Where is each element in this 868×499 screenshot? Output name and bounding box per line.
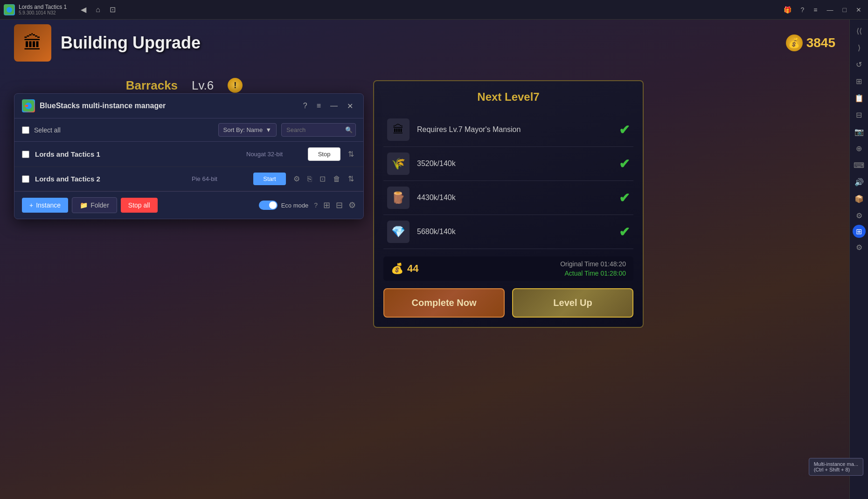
sidebar-volume-button[interactable]: 🔊: [852, 174, 867, 189]
select-all-label: Select all: [34, 126, 61, 134]
nav-buttons: ◀ ⌂ ⊡: [78, 3, 118, 16]
building-header: 🏛 Building Upgrade 💰 3845: [0, 20, 849, 66]
search-input[interactable]: [286, 126, 342, 133]
sidebar-apk-button[interactable]: 📦: [852, 191, 867, 206]
check-icon-3: ✔: [619, 224, 630, 240]
right-sidebar: ⟨⟨ ⟩ ↺ ⊞ 📋 ⊟ 📷 ⊕ ⌨ 🔊 📦 ⚙ ⊞ ⚙: [849, 20, 868, 499]
nav-back-button[interactable]: ◀: [78, 3, 89, 16]
svg-rect-4: [25, 105, 28, 107]
req-text-2: 4430k/140k: [417, 194, 611, 202]
nav-home-button[interactable]: ⌂: [93, 4, 103, 16]
manager-menu-button[interactable]: ≡: [314, 101, 324, 111]
manager-bottom: + Instance 📁 Folder Stop all Eco mode ? …: [14, 191, 363, 219]
sidebar-camera-button[interactable]: 📷: [852, 124, 867, 139]
reorder-icon-0[interactable]: ⇅: [346, 148, 356, 160]
sidebar-grid-button[interactable]: ⊞: [852, 74, 867, 89]
instance-checkbox-1[interactable]: [22, 175, 29, 183]
menu-button[interactable]: ≡: [811, 4, 820, 15]
eco-mode-toggle[interactable]: [259, 201, 278, 210]
gold-display: 💰 3845: [786, 35, 835, 51]
instance-button[interactable]: + Instance: [22, 198, 68, 213]
settings-icon-1[interactable]: ⚙: [292, 173, 302, 185]
sort-dropdown[interactable]: Sort By: Name ▼: [218, 123, 277, 137]
sidebar-scroll-right-button[interactable]: ⟩: [852, 40, 867, 55]
gold-cost-icon: 💰: [391, 263, 403, 275]
req-icon-0: 🏛: [387, 118, 410, 141]
folder-button[interactable]: 📁 Folder: [72, 197, 117, 213]
instance-os-1: Pie 64-bit: [192, 175, 248, 182]
req-icon-3: 💎: [387, 221, 410, 243]
gold-amount: 3845: [806, 35, 835, 50]
manager-close-button[interactable]: ✕: [344, 101, 356, 111]
minimize-button[interactable]: —: [824, 4, 836, 15]
manager-logo: [22, 99, 35, 112]
eco-mode-label: Eco mode: [281, 202, 309, 209]
barracks-name: Barracks: [126, 78, 178, 93]
folder-label: Folder: [90, 201, 109, 209]
sidebar-resize-button[interactable]: ⊟: [852, 107, 867, 122]
game-content: 🏛 Building Upgrade 💰 3845 Barracks Lv.6 …: [0, 20, 849, 499]
instance-icon: +: [29, 201, 33, 209]
eco-mode: Eco mode ?: [259, 200, 319, 211]
gold-cost-value: 44: [407, 263, 418, 275]
actual-time: Actual Time 01:28:00: [560, 270, 626, 277]
complete-now-button[interactable]: Complete Now: [383, 288, 505, 318]
app-icon: [4, 4, 15, 15]
building-icon: 🏛: [14, 24, 51, 62]
stop-button-0[interactable]: Stop: [308, 147, 340, 161]
start-button-1[interactable]: Start: [253, 173, 286, 185]
grid-view-button[interactable]: ⊞: [323, 200, 330, 210]
level-up-button[interactable]: Level Up: [512, 288, 633, 318]
app-version: 5.9.300.1014 N32: [19, 10, 74, 15]
sort-chevron-icon: ▼: [265, 126, 271, 133]
manager-minimize-button[interactable]: —: [327, 101, 340, 111]
manager-help-button[interactable]: ?: [300, 101, 310, 111]
instance-label: Instance: [36, 201, 61, 209]
bottom-settings-button[interactable]: ⚙: [348, 200, 356, 210]
copy-icon-1[interactable]: ⊡: [318, 173, 327, 185]
instance-os-0: Nougat 32-bit: [246, 151, 302, 158]
sidebar-settings-bottom-button[interactable]: ⚙: [852, 208, 867, 223]
sidebar-refresh-button[interactable]: ↺: [852, 57, 867, 72]
sidebar-keyboard-button[interactable]: ⌨: [852, 158, 867, 173]
instance-list: Lords and Tactics 1 Nougat 32-bit Stop ⇅…: [14, 142, 363, 191]
top-bar: Lords and Tactics 1 5.9.300.1014 N32 ◀ ⌂…: [0, 0, 868, 20]
reorder-icon-1[interactable]: ⇅: [346, 173, 356, 185]
req-row-1: 🌾 3520k/140k ✔: [383, 147, 633, 181]
app-name: Lords and Tactics 1: [19, 4, 67, 10]
close-button[interactable]: ✕: [853, 4, 864, 15]
next-level-title: Next Level7: [383, 90, 633, 104]
search-box: 🔍: [281, 123, 356, 137]
time-display: Original Time 01:48:20 Actual Time 01:28…: [560, 260, 626, 277]
original-time: Original Time 01:48:20: [560, 260, 626, 268]
sidebar-scroll-left-button[interactable]: ⟨⟨: [852, 23, 867, 38]
svg-point-1: [7, 7, 12, 13]
manager-header-buttons: ? ≡ — ✕: [300, 101, 356, 111]
instance-checkbox-0[interactable]: [22, 151, 29, 158]
req-icon-2: 🪵: [387, 187, 410, 209]
eco-mode-help[interactable]: ?: [312, 200, 319, 211]
nav-expand-button[interactable]: ⊡: [107, 3, 118, 16]
help-button[interactable]: ?: [798, 4, 807, 15]
search-icon: 🔍: [345, 126, 353, 133]
req-icon-1: 🌾: [387, 152, 410, 175]
gift-button[interactable]: 🎁: [781, 4, 794, 15]
stop-all-button[interactable]: Stop all: [121, 198, 158, 213]
manager-title: BlueStacks multi-instance manager: [40, 102, 296, 110]
sidebar-bottom-settings-button[interactable]: ⚙: [852, 240, 867, 255]
check-icon-0: ✔: [619, 122, 630, 138]
req-row-2: 🪵 4430k/140k ✔: [383, 181, 633, 215]
restore-button[interactable]: □: [840, 4, 849, 15]
select-all-checkbox[interactable]: [22, 126, 29, 134]
multi-instance-button[interactable]: ⊞: [853, 225, 866, 238]
warning-icon: !: [228, 78, 243, 93]
sidebar-macro-button[interactable]: ⊕: [852, 141, 867, 156]
sidebar-screen-button[interactable]: 📋: [852, 90, 867, 105]
manager-toolbar: Select all Sort By: Name ▼ 🔍: [14, 118, 363, 142]
link-icon-1[interactable]: ⎘: [306, 173, 314, 185]
actual-time-label: Actual Time: [564, 270, 598, 277]
folder-icon: 📁: [80, 201, 88, 209]
delete-icon-1[interactable]: 🗑: [331, 173, 342, 185]
arrange-button[interactable]: ⊟: [336, 200, 343, 210]
original-time-label: Original Time: [560, 260, 598, 268]
